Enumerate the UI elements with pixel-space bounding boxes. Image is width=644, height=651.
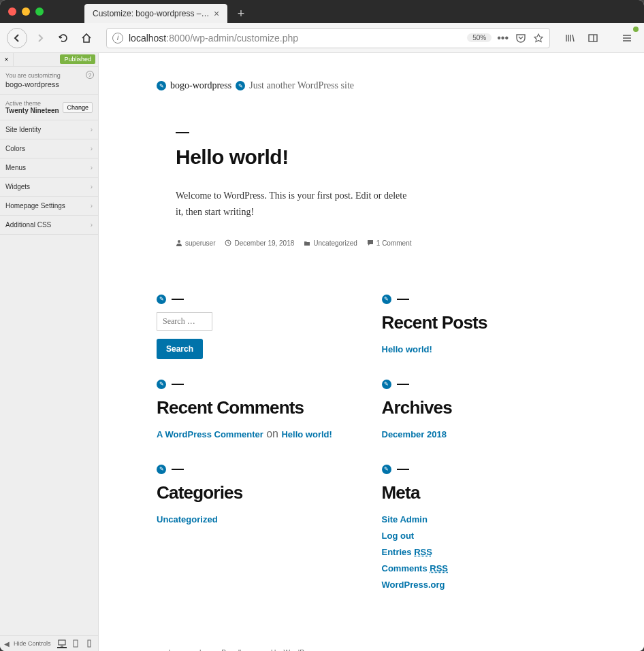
- footer-site-link[interactable]: bogo-wordpress: [169, 649, 218, 651]
- home-button[interactable]: [76, 28, 97, 48]
- sidebar-item-widgets[interactable]: Widgets›: [0, 178, 98, 197]
- sidebar-item-homepage[interactable]: Homepage Settings›: [0, 197, 98, 216]
- help-icon[interactable]: ?: [86, 71, 94, 79]
- sidebar-item-label: Site Identity: [5, 126, 41, 133]
- meta-logout-link[interactable]: Log out: [382, 531, 415, 541]
- site-title[interactable]: bogo-wordpress: [170, 80, 231, 91]
- published-badge: Published: [60, 54, 95, 64]
- theme-name: Twenty Nineteen: [5, 107, 59, 114]
- meta-site-admin-link[interactable]: Site Admin: [382, 514, 428, 524]
- widget-recent-comments: ✎ Recent Comments A WordPress Commenter …: [157, 380, 361, 444]
- tab-close-icon[interactable]: ×: [211, 8, 222, 19]
- url-text: localhost:8000/wp-admin/customize.php: [129, 33, 462, 44]
- theme-section[interactable]: Active theme Twenty Nineteen Change: [0, 95, 98, 120]
- url-host: localhost: [129, 33, 166, 44]
- chevron-right-icon: ›: [91, 202, 93, 210]
- site-info-icon[interactable]: i: [112, 33, 123, 44]
- sidebar-item-label: Widgets: [5, 183, 30, 190]
- footer-credit[interactable]: Proudly powered by WordPress.: [221, 649, 319, 651]
- change-theme-button[interactable]: Change: [63, 102, 93, 113]
- post-author[interactable]: superuser: [185, 239, 215, 247]
- new-tab-button[interactable]: +: [231, 4, 251, 23]
- hide-controls-button[interactable]: Hide Controls: [14, 640, 53, 647]
- close-customizer-button[interactable]: ×: [0, 53, 14, 66]
- collapse-icon[interactable]: ◀: [4, 640, 10, 648]
- widget-search: ✎ Search: [157, 295, 361, 359]
- post-date: December 19, 2018: [234, 239, 294, 247]
- forward-button[interactable]: [30, 28, 50, 48]
- zoom-badge[interactable]: 50%: [467, 33, 492, 42]
- sidebar-item-menus[interactable]: Menus›: [0, 158, 98, 178]
- sidebar-item-css[interactable]: Additional CSS›: [0, 216, 98, 235]
- sidebar-item-colors[interactable]: Colors›: [0, 139, 98, 158]
- recent-post-link[interactable]: Hello world!: [382, 344, 432, 354]
- widget-title: Categories: [157, 482, 361, 503]
- svg-point-6: [178, 240, 180, 243]
- site-header: ✎ bogo-wordpress ✎ Just another WordPres…: [157, 80, 586, 91]
- sidebar-item-label: Homepage Settings: [5, 202, 65, 210]
- browser-tabs: Customize: bogo-wordpress – Just × +: [84, 0, 251, 23]
- minimize-window-icon[interactable]: [22, 7, 30, 16]
- sidebar-footer: ◀ Hide Controls: [0, 635, 98, 651]
- widget-title: Recent Comments: [157, 397, 361, 418]
- browser-tab[interactable]: Customize: bogo-wordpress – Just ×: [84, 4, 227, 23]
- widget-categories: ✎ Categories Uncategorized: [157, 465, 361, 595]
- post-divider: [176, 132, 189, 133]
- widget-title: Meta: [382, 482, 587, 503]
- svg-rect-5: [88, 640, 91, 647]
- mobile-preview-icon[interactable]: [84, 639, 94, 648]
- post-category[interactable]: Uncategorized: [313, 239, 357, 247]
- customizing-label: You are customizing: [5, 72, 93, 79]
- content-area: × Published You are customizing bogo-wor…: [0, 53, 644, 651]
- svg-rect-2: [59, 640, 65, 645]
- sidebar-item-site-identity[interactable]: Site Identity›: [0, 120, 98, 139]
- pocket-icon[interactable]: [515, 33, 526, 44]
- more-icon[interactable]: •••: [497, 32, 509, 44]
- edit-shortcut-icon[interactable]: ✎: [236, 81, 245, 90]
- category-link[interactable]: Uncategorized: [157, 514, 218, 524]
- chevron-right-icon: ›: [91, 164, 93, 171]
- menu-icon[interactable]: [617, 28, 637, 48]
- post-comments[interactable]: 1 Comment: [376, 239, 412, 247]
- edit-shortcut-icon[interactable]: ✎: [157, 465, 166, 474]
- reload-button[interactable]: [53, 28, 74, 48]
- sidebar-item-label: Colors: [5, 145, 25, 152]
- edit-shortcut-icon[interactable]: ✎: [382, 380, 391, 389]
- meta-wporg-link[interactable]: WordPress.org: [382, 580, 445, 590]
- url-field[interactable]: i localhost:8000/wp-admin/customize.php …: [106, 28, 550, 48]
- edit-shortcut-icon[interactable]: ✎: [157, 380, 166, 389]
- browser-window: Customize: bogo-wordpress – Just × + i l…: [0, 0, 644, 651]
- post-title[interactable]: Hello world!: [176, 146, 586, 169]
- widget-archives: ✎ Archives December 2018: [382, 380, 587, 444]
- back-button[interactable]: [7, 28, 27, 48]
- sidebar-item-label: Additional CSS: [5, 221, 51, 229]
- traffic-lights: [8, 7, 44, 16]
- meta-entries-rss-link[interactable]: Entries RSS: [382, 547, 432, 557]
- search-input[interactable]: [157, 312, 212, 331]
- chevron-right-icon: ›: [91, 221, 93, 229]
- commenter-link[interactable]: A WordPress Commenter: [157, 429, 263, 439]
- bookmark-icon[interactable]: [533, 33, 544, 44]
- search-button[interactable]: Search: [157, 339, 203, 359]
- sidebar-icon[interactable]: [583, 28, 603, 48]
- desktop-preview-icon[interactable]: [57, 639, 67, 648]
- tablet-preview-icon[interactable]: [71, 639, 80, 648]
- post: Hello world! Welcome to WordPress. This …: [157, 132, 586, 247]
- site-name-label: bogo-wordpress: [5, 80, 93, 88]
- site-preview: ✎ bogo-wordpress ✎ Just another WordPres…: [99, 53, 644, 651]
- comment-post-link[interactable]: Hello world!: [281, 429, 332, 439]
- url-bar: i localhost:8000/wp-admin/customize.php …: [0, 23, 644, 53]
- sidebar-header: You are customizing bogo-wordpress ?: [0, 67, 98, 95]
- on-text: on: [263, 428, 282, 439]
- url-path: :8000/wp-admin/customize.php: [166, 33, 298, 44]
- edit-shortcut-icon[interactable]: ✎: [382, 295, 391, 304]
- svg-rect-0: [589, 35, 597, 41]
- edit-shortcut-icon[interactable]: ✎: [157, 81, 166, 90]
- archive-link[interactable]: December 2018: [382, 429, 447, 439]
- close-window-icon[interactable]: [8, 7, 16, 16]
- edit-shortcut-icon[interactable]: ✎: [157, 295, 166, 304]
- edit-shortcut-icon[interactable]: ✎: [382, 465, 391, 474]
- library-icon[interactable]: [560, 28, 580, 48]
- maximize-window-icon[interactable]: [35, 7, 44, 16]
- meta-comments-rss-link[interactable]: Comments RSS: [382, 563, 449, 573]
